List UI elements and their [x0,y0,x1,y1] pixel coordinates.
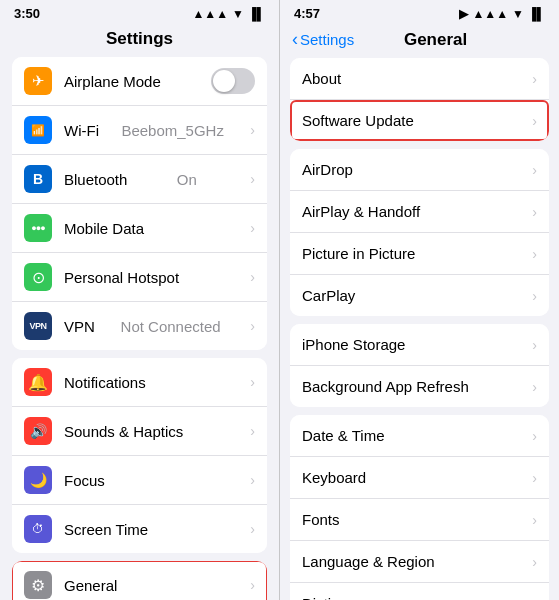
general-settings-group-inner: ⚙ General › ⊞ Control Centre › AA [12,561,267,600]
mobiledata-chevron: › [250,220,255,236]
left-time: 3:50 [14,6,40,21]
focus-chevron: › [250,472,255,488]
hotspot-label: Personal Hotspot [64,269,179,286]
right-status-icons: ▶ ▲▲▲ ▼ ▐▌ [459,7,545,21]
airplane-content: Airplane Mode [64,68,255,94]
pictureinpicture-row[interactable]: Picture in Picture › [290,233,549,275]
screentime-row[interactable]: ⏱ Screen Time › [12,505,267,553]
notifications-label: Notifications [64,374,146,391]
airplay-row[interactable]: AirPlay & Handoff › [290,191,549,233]
notifications-chevron: › [250,374,255,390]
sounds-content: Sounds & Haptics › [64,423,255,440]
language-region-chevron: › [532,554,537,570]
mobiledata-content: Mobile Data › [64,220,255,237]
about-group: About › Software Update › [280,58,559,141]
wifi-label: Wi-Fi [64,122,99,139]
airplay-label: AirPlay & Handoff [302,203,532,220]
wifi-chevron: › [250,122,255,138]
sounds-label: Sounds & Haptics [64,423,183,440]
hotspot-content: Personal Hotspot › [64,269,255,286]
mobiledata-label: Mobile Data [64,220,144,237]
wifi-row[interactable]: 📶 Wi-Fi Beebom_5GHz › [12,106,267,155]
connectivity-group-inner: ✈ Airplane Mode 📶 Wi-Fi Beebom_5GHz › [12,57,267,350]
airdrop-row[interactable]: AirDrop › [290,149,549,191]
wifi-icon: ▼ [232,7,244,21]
focus-row[interactable]: 🌙 Focus › [12,456,267,505]
hotspot-icon: ⊙ [24,263,52,291]
iphone-storage-row[interactable]: iPhone Storage › [290,324,549,366]
vpn-chevron: › [250,318,255,334]
hotspot-row[interactable]: ⊙ Personal Hotspot › [12,253,267,302]
wifi-row-icon: 📶 [24,116,52,144]
airdrop-label: AirDrop [302,161,532,178]
datetime-group: Date & Time › Keyboard › Fonts › Languag… [280,415,559,600]
bluetooth-row[interactable]: B Bluetooth On › [12,155,267,204]
airplane-toggle[interactable] [211,68,255,94]
wifi-value: Beebom_5GHz [121,122,224,139]
keyboard-row[interactable]: Keyboard › [290,457,549,499]
airplane-mode-row[interactable]: ✈ Airplane Mode [12,57,267,106]
vpn-row[interactable]: VPN VPN Not Connected › [12,302,267,350]
datetime-label: Date & Time [302,427,532,444]
storage-group-inner: iPhone Storage › Background App Refresh … [290,324,549,407]
fonts-chevron: › [532,512,537,528]
dictionary-row[interactable]: Dictionary › [290,583,549,600]
mobiledata-row[interactable]: ●●● Mobile Data › [12,204,267,253]
left-screen-title: Settings [0,25,279,57]
right-nav: ‹ Settings General [280,25,559,58]
sharing-group-inner: AirDrop › AirPlay & Handoff › Picture in… [290,149,549,316]
sounds-chevron: › [250,423,255,439]
sounds-row[interactable]: 🔊 Sounds & Haptics › [12,407,267,456]
back-label: Settings [300,31,354,48]
carplay-row[interactable]: CarPlay › [290,275,549,316]
about-group-inner: About › Software Update › [290,58,549,141]
right-time: 4:57 [294,6,320,21]
focus-icon: 🌙 [24,466,52,494]
general-settings-group: ⚙ General › ⊞ Control Centre › AA [0,561,279,600]
screentime-chevron: › [250,521,255,537]
right-screen-title: General [354,30,517,50]
fonts-row[interactable]: Fonts › [290,499,549,541]
about-row[interactable]: About › [290,58,549,100]
carplay-label: CarPlay [302,287,532,304]
bluetooth-icon: B [24,165,52,193]
wifi-content: Wi-Fi Beebom_5GHz › [64,122,255,139]
right-settings-list: About › Software Update › AirDrop › AirP… [280,58,559,600]
datetime-chevron: › [532,428,537,444]
keyboard-chevron: › [532,470,537,486]
vpn-content: VPN Not Connected › [64,318,255,335]
left-status-bar: 3:50 ▲▲▲ ▼ ▐▌ [0,0,279,25]
right-status-bar: 4:57 ▶ ▲▲▲ ▼ ▐▌ [280,0,559,25]
bluetooth-content: Bluetooth On › [64,171,255,188]
vpn-value: Not Connected [121,318,221,335]
notifications-content: Notifications › [64,374,255,391]
airdrop-chevron: › [532,162,537,178]
about-chevron: › [532,71,537,87]
software-update-chevron: › [532,113,537,129]
battery-icon: ▐▌ [248,7,265,21]
language-region-row[interactable]: Language & Region › [290,541,549,583]
about-label: About [302,70,532,87]
general-chevron: › [250,577,255,593]
connectivity-group: ✈ Airplane Mode 📶 Wi-Fi Beebom_5GHz › [0,57,279,350]
left-settings-list: ✈ Airplane Mode 📶 Wi-Fi Beebom_5GHz › [0,57,279,600]
iphone-storage-label: iPhone Storage [302,336,532,353]
datetime-row[interactable]: Date & Time › [290,415,549,457]
right-wifi-icon: ▼ [512,7,524,21]
bluetooth-value: On [177,171,197,188]
software-update-label: Software Update [302,112,532,129]
notifications-icon: 🔔 [24,368,52,396]
back-button[interactable]: ‹ Settings [292,29,354,50]
mobiledata-icon: ●●● [24,214,52,242]
notifications-row[interactable]: 🔔 Notifications › [12,358,267,407]
background-refresh-row[interactable]: Background App Refresh › [290,366,549,407]
left-panel: 3:50 ▲▲▲ ▼ ▐▌ Settings ✈ Airplane Mode 📶 [0,0,280,600]
general-row[interactable]: ⚙ General › [12,561,267,600]
software-update-row[interactable]: Software Update › [290,100,549,141]
pictureinpicture-label: Picture in Picture [302,245,532,262]
right-signal-icon: ▲▲▲ [472,7,508,21]
language-region-label: Language & Region [302,553,532,570]
background-refresh-chevron: › [532,379,537,395]
sharing-group: AirDrop › AirPlay & Handoff › Picture in… [280,149,559,316]
fonts-label: Fonts [302,511,532,528]
